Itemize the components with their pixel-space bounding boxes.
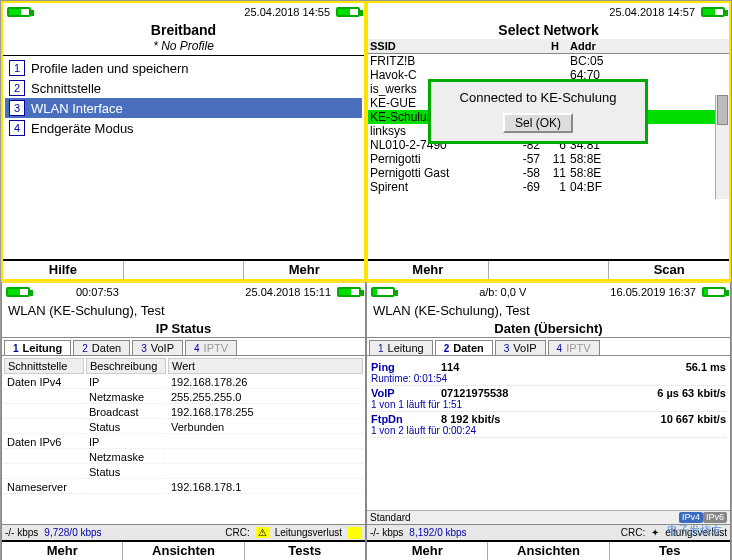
battery-icon: [371, 287, 395, 297]
status-bar: -/- kbps 9,728/0 kbps CRC: ⚠ Leitungsver…: [2, 524, 365, 540]
page-title: Select Network: [368, 21, 729, 39]
pane-ip-status: 00:07:53 25.04.2018 15:11 WLAN (KE-Schul…: [1, 281, 366, 560]
softkey-mehr[interactable]: Mehr: [244, 261, 364, 279]
pane-select-network: 25.04.2018 14:57 Select Network SSID H A…: [366, 1, 731, 281]
page-title: Breitband: [3, 21, 364, 39]
softkey-ansichten[interactable]: Ansichten: [123, 542, 244, 560]
table-row: Daten IPv6IP: [4, 436, 363, 449]
data-row: FtpDn8 192 kbit/s10 667 kbit/s1 von 2 lä…: [371, 412, 726, 438]
section-title: Daten (Übersicht): [367, 320, 730, 338]
col-ssid: SSID: [370, 40, 490, 52]
data-row: VoIP071219755386 µs 63 kbit/s1 von 1 läu…: [371, 386, 726, 412]
tab-iptv: 4IPTV: [548, 340, 600, 355]
th-beschreibung: Beschreibung: [86, 358, 166, 374]
softkey-ansichten[interactable]: Ansichten: [488, 542, 609, 560]
tab-voip[interactable]: 3VoIP: [495, 340, 546, 355]
network-row[interactable]: FRITZ!BBC:05: [368, 54, 729, 68]
datetime: 25.04.2018 15:11: [245, 286, 331, 298]
ip-table: SchnittstelleBeschreibungWert Daten IPv4…: [2, 356, 365, 496]
tab-daten[interactable]: 2Daten: [73, 340, 130, 355]
tab-voip[interactable]: 3VoIP: [132, 340, 183, 355]
rate-value: 9,728/0 kbps: [44, 527, 101, 538]
menu-item[interactable]: 2Schnittstelle: [5, 78, 362, 98]
datetime: 16.05.2019 16:37: [610, 286, 696, 298]
table-row: StatusVerbunden: [4, 421, 363, 434]
tab-bar: 1Leitung2Daten3VoIP4IPTV: [2, 338, 365, 356]
th-wert: Wert: [168, 358, 363, 374]
profile-subtitle: * No Profile: [3, 39, 364, 56]
pane-daten-uebersicht: a/b: 0,0 V 16.05.2019 16:37 WLAN (KE-Sch…: [366, 281, 731, 560]
data-row: Ping11456.1 msRuntime: 0:01:54: [371, 360, 726, 386]
leitungsverlust-label: Leitungsverlust: [275, 527, 342, 538]
network-table-header: SSID H Addr: [368, 39, 729, 54]
tab-daten[interactable]: 2Daten: [435, 340, 493, 355]
menu-list: 1Profile laden und speichern2Schnittstel…: [3, 56, 364, 140]
network-row[interactable]: Pernigotti-571158:8E: [368, 152, 729, 166]
menu-item[interactable]: 4Endgeräte Modus: [5, 118, 362, 138]
battery-icon: [7, 7, 31, 17]
softkey-tests[interactable]: Tests: [245, 542, 365, 560]
connected-popup: Connected to KE-Schulung Sel (OK): [428, 79, 648, 144]
elapsed-time: 00:07:53: [76, 286, 119, 298]
softkey-tests[interactable]: Tes: [610, 542, 730, 560]
scrollbar-thumb[interactable]: [717, 95, 728, 125]
tab-leitung[interactable]: 1Leitung: [4, 340, 71, 355]
kbps-label: -/- kbps: [370, 527, 403, 538]
network-row[interactable]: Pernigotti Gast-581158:8E: [368, 166, 729, 180]
softkey-hilfe[interactable]: Hilfe: [3, 261, 124, 279]
battery-icon: [336, 7, 360, 17]
table-row: Nameserver192.168.178.1: [4, 481, 363, 494]
th-schnittstelle: Schnittstelle: [4, 358, 84, 374]
data-overview-panel: Ping11456.1 msRuntime: 0:01:54VoIP071219…: [367, 356, 730, 442]
kbps-label: -/- kbps: [5, 527, 38, 538]
col-rssi: [490, 40, 540, 52]
table-row: Daten IPv4IP192.168.178.26: [4, 376, 363, 389]
battery-icon: [702, 287, 726, 297]
rate-value: 8,192/0 kbps: [409, 527, 466, 538]
table-row: Netzmaske255.255.255.0: [4, 391, 363, 404]
connection-label: WLAN (KE-Schulung), Test: [367, 301, 730, 320]
tab-leitung[interactable]: 1Leitung: [369, 340, 433, 355]
ab-voltage: a/b: 0,0 V: [479, 286, 526, 298]
table-row: Netzmaske: [4, 451, 363, 464]
crc-label: CRC:: [621, 527, 645, 538]
standard-label: Standard: [370, 512, 411, 523]
datetime: 25.04.2018 14:55: [244, 6, 330, 18]
softkey-mehr[interactable]: Mehr: [367, 542, 488, 560]
popup-message: Connected to KE-Schulung: [439, 90, 637, 105]
section-title: IP Status: [2, 320, 365, 338]
softkey-spacer: [124, 261, 245, 279]
battery-icon: [337, 287, 361, 297]
datetime: 25.04.2018 14:57: [609, 6, 695, 18]
tab-iptv: 4IPTV: [185, 340, 237, 355]
watermark: 电子发烧友: [667, 523, 722, 538]
softkey-spacer: [489, 261, 610, 279]
tab-bar: 1Leitung2Daten3VoIP4IPTV: [367, 338, 730, 356]
table-row: Status: [4, 466, 363, 479]
col-ch: H: [540, 40, 570, 52]
connection-label: WLAN (KE-Schulung), Test: [2, 301, 365, 320]
softkey-mehr[interactable]: Mehr: [368, 261, 489, 279]
scrollbar[interactable]: [715, 95, 729, 199]
table-row: Broadcast192.168.178.255: [4, 406, 363, 419]
ipv4-badge: IPv4: [679, 512, 703, 523]
battery-icon: [6, 287, 30, 297]
col-addr: Addr: [570, 40, 630, 52]
network-row[interactable]: Spirent-69104:BF: [368, 180, 729, 194]
pane-breitband: 25.04.2018 14:55 Breitband * No Profile …: [1, 1, 366, 281]
ipv6-badge: IPv6: [703, 512, 727, 523]
softkey-scan[interactable]: Scan: [609, 261, 729, 279]
menu-item[interactable]: 3WLAN Interface: [5, 98, 362, 118]
softkey-mehr[interactable]: Mehr: [2, 542, 123, 560]
battery-icon: [701, 7, 725, 17]
sel-ok-button[interactable]: Sel (OK): [503, 113, 573, 133]
menu-item[interactable]: 1Profile laden und speichern: [5, 58, 362, 78]
crc-label: CRC:: [225, 527, 249, 538]
